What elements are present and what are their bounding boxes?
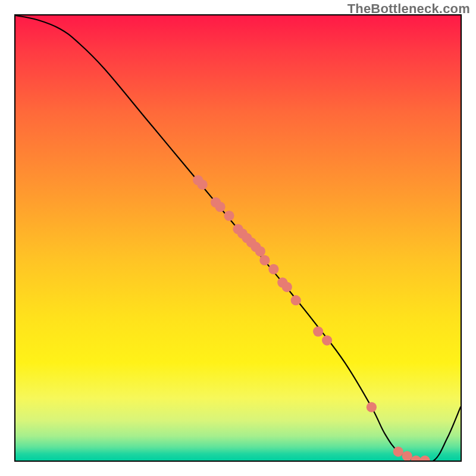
- watermark-text: TheBottleneck.com: [347, 1, 470, 17]
- sample-point: [255, 246, 265, 256]
- plot-svg: [15, 15, 461, 461]
- bottleneck-curve: [15, 15, 461, 461]
- sample-point: [393, 446, 403, 456]
- sample-point: [224, 211, 234, 221]
- plot-area: [14, 14, 462, 462]
- sample-point: [282, 282, 292, 292]
- sample-point: [215, 202, 225, 212]
- sample-point: [322, 335, 332, 345]
- sample-point: [402, 451, 412, 461]
- sample-point: [268, 264, 278, 274]
- sample-point: [291, 295, 301, 305]
- sample-point: [367, 402, 377, 412]
- sample-point: [259, 255, 270, 265]
- chart-stage: TheBottleneck.com: [0, 0, 476, 476]
- sample-point: [420, 455, 430, 461]
- sample-point: [313, 326, 323, 336]
- sample-point: [198, 180, 208, 190]
- sample-point: [411, 455, 421, 461]
